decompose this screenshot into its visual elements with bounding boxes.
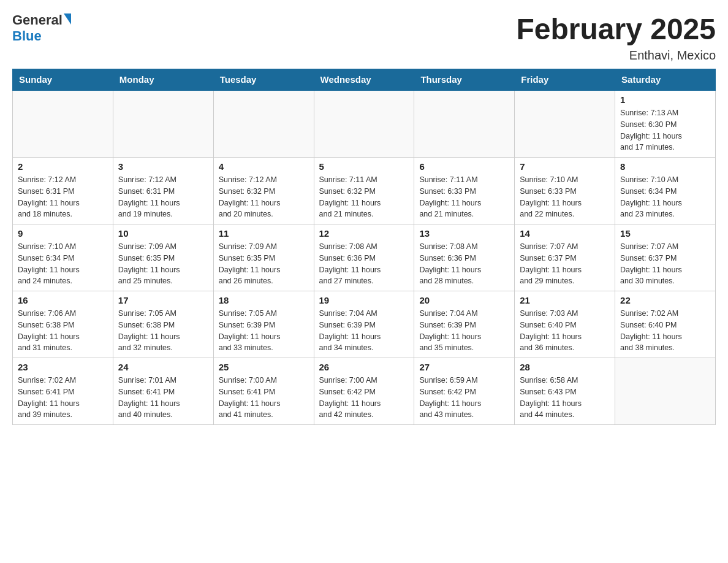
day-info: Sunrise: 6:59 AM Sunset: 6:42 PM Dayligh…	[419, 375, 509, 421]
day-number: 25	[219, 362, 309, 372]
weekday-header-row: SundayMondayTuesdayWednesdayThursdayFrid…	[13, 69, 716, 91]
calendar-cell	[615, 358, 716, 425]
calendar-body: 1Sunrise: 7:13 AM Sunset: 6:30 PM Daylig…	[13, 90, 716, 425]
day-info: Sunrise: 7:08 AM Sunset: 6:36 PM Dayligh…	[419, 241, 509, 287]
calendar-cell	[113, 90, 213, 158]
day-info: Sunrise: 7:10 AM Sunset: 6:34 PM Dayligh…	[620, 174, 710, 220]
calendar-cell: 4Sunrise: 7:12 AM Sunset: 6:32 PM Daylig…	[213, 158, 314, 224]
day-number: 9	[18, 228, 108, 239]
logo-blue-text: Blue	[12, 28, 71, 44]
day-info: Sunrise: 7:02 AM Sunset: 6:40 PM Dayligh…	[620, 308, 710, 354]
calendar-cell	[13, 90, 113, 158]
day-number: 7	[520, 161, 610, 172]
day-info: Sunrise: 7:06 AM Sunset: 6:38 PM Dayligh…	[18, 308, 108, 354]
weekday-header-sunday: Sunday	[13, 69, 113, 91]
day-number: 13	[419, 228, 509, 239]
calendar-cell: 24Sunrise: 7:01 AM Sunset: 6:41 PM Dayli…	[113, 358, 213, 425]
day-number: 18	[219, 295, 309, 305]
day-number: 3	[118, 161, 208, 172]
calendar-cell	[213, 90, 314, 158]
calendar-cell	[414, 90, 515, 158]
day-number: 27	[419, 362, 509, 372]
calendar-cell: 11Sunrise: 7:09 AM Sunset: 6:35 PM Dayli…	[213, 224, 314, 291]
day-number: 28	[520, 362, 610, 372]
day-info: Sunrise: 7:12 AM Sunset: 6:32 PM Dayligh…	[219, 174, 309, 220]
day-number: 17	[118, 295, 208, 305]
day-number: 1	[620, 94, 710, 105]
weekday-header-friday: Friday	[515, 69, 615, 91]
day-info: Sunrise: 7:12 AM Sunset: 6:31 PM Dayligh…	[118, 174, 208, 220]
weekday-header-wednesday: Wednesday	[314, 69, 414, 91]
day-number: 2	[18, 161, 108, 172]
month-title: February 2025	[516, 12, 716, 46]
calendar-cell: 16Sunrise: 7:06 AM Sunset: 6:38 PM Dayli…	[13, 291, 113, 358]
day-info: Sunrise: 7:10 AM Sunset: 6:33 PM Dayligh…	[520, 174, 610, 220]
weekday-header-tuesday: Tuesday	[213, 69, 314, 91]
day-info: Sunrise: 7:11 AM Sunset: 6:32 PM Dayligh…	[319, 174, 409, 220]
calendar-week-row: 2Sunrise: 7:12 AM Sunset: 6:31 PM Daylig…	[13, 158, 716, 224]
day-number: 19	[319, 295, 409, 305]
calendar-week-row: 9Sunrise: 7:10 AM Sunset: 6:34 PM Daylig…	[13, 224, 716, 291]
weekday-header-saturday: Saturday	[615, 69, 716, 91]
day-number: 12	[319, 228, 409, 239]
calendar-cell: 6Sunrise: 7:11 AM Sunset: 6:33 PM Daylig…	[414, 158, 515, 224]
calendar-week-row: 16Sunrise: 7:06 AM Sunset: 6:38 PM Dayli…	[13, 291, 716, 358]
calendar-cell: 14Sunrise: 7:07 AM Sunset: 6:37 PM Dayli…	[515, 224, 615, 291]
day-info: Sunrise: 7:01 AM Sunset: 6:41 PM Dayligh…	[118, 375, 208, 421]
day-number: 6	[419, 161, 509, 172]
calendar-cell: 2Sunrise: 7:12 AM Sunset: 6:31 PM Daylig…	[13, 158, 113, 224]
calendar-cell: 17Sunrise: 7:05 AM Sunset: 6:38 PM Dayli…	[113, 291, 213, 358]
calendar-cell: 21Sunrise: 7:03 AM Sunset: 6:40 PM Dayli…	[515, 291, 615, 358]
calendar-cell: 22Sunrise: 7:02 AM Sunset: 6:40 PM Dayli…	[615, 291, 716, 358]
day-info: Sunrise: 7:08 AM Sunset: 6:36 PM Dayligh…	[319, 241, 409, 287]
calendar-table: SundayMondayTuesdayWednesdayThursdayFrid…	[12, 69, 716, 425]
weekday-header-thursday: Thursday	[414, 69, 515, 91]
calendar-cell: 28Sunrise: 6:58 AM Sunset: 6:43 PM Dayli…	[515, 358, 615, 425]
calendar-cell: 25Sunrise: 7:00 AM Sunset: 6:41 PM Dayli…	[213, 358, 314, 425]
calendar-cell: 26Sunrise: 7:00 AM Sunset: 6:42 PM Dayli…	[314, 358, 414, 425]
calendar-cell: 23Sunrise: 7:02 AM Sunset: 6:41 PM Dayli…	[13, 358, 113, 425]
calendar-cell: 15Sunrise: 7:07 AM Sunset: 6:37 PM Dayli…	[615, 224, 716, 291]
day-info: Sunrise: 7:03 AM Sunset: 6:40 PM Dayligh…	[520, 308, 610, 354]
day-info: Sunrise: 7:00 AM Sunset: 6:41 PM Dayligh…	[219, 375, 309, 421]
calendar-header: SundayMondayTuesdayWednesdayThursdayFrid…	[13, 69, 716, 91]
day-info: Sunrise: 7:04 AM Sunset: 6:39 PM Dayligh…	[319, 308, 409, 354]
day-number: 15	[620, 228, 710, 239]
calendar-cell: 19Sunrise: 7:04 AM Sunset: 6:39 PM Dayli…	[314, 291, 414, 358]
day-info: Sunrise: 7:11 AM Sunset: 6:33 PM Dayligh…	[419, 174, 509, 220]
day-info: Sunrise: 7:02 AM Sunset: 6:41 PM Dayligh…	[18, 375, 108, 421]
calendar-cell: 5Sunrise: 7:11 AM Sunset: 6:32 PM Daylig…	[314, 158, 414, 224]
calendar-cell	[314, 90, 414, 158]
title-block: February 2025 Enthavi, Mexico	[516, 12, 716, 63]
calendar-week-row: 1Sunrise: 7:13 AM Sunset: 6:30 PM Daylig…	[13, 90, 716, 158]
calendar-cell: 12Sunrise: 7:08 AM Sunset: 6:36 PM Dayli…	[314, 224, 414, 291]
calendar-week-row: 23Sunrise: 7:02 AM Sunset: 6:41 PM Dayli…	[13, 358, 716, 425]
day-info: Sunrise: 7:07 AM Sunset: 6:37 PM Dayligh…	[520, 241, 610, 287]
day-number: 26	[319, 362, 409, 372]
day-number: 10	[118, 228, 208, 239]
day-info: Sunrise: 6:58 AM Sunset: 6:43 PM Dayligh…	[520, 375, 610, 421]
day-info: Sunrise: 7:09 AM Sunset: 6:35 PM Dayligh…	[118, 241, 208, 287]
calendar-cell: 27Sunrise: 6:59 AM Sunset: 6:42 PM Dayli…	[414, 358, 515, 425]
day-number: 4	[219, 161, 309, 172]
calendar-cell: 7Sunrise: 7:10 AM Sunset: 6:33 PM Daylig…	[515, 158, 615, 224]
day-info: Sunrise: 7:05 AM Sunset: 6:38 PM Dayligh…	[118, 308, 208, 354]
day-number: 8	[620, 161, 710, 172]
calendar-cell: 18Sunrise: 7:05 AM Sunset: 6:39 PM Dayli…	[213, 291, 314, 358]
location-title: Enthavi, Mexico	[516, 48, 716, 63]
day-info: Sunrise: 7:00 AM Sunset: 6:42 PM Dayligh…	[319, 375, 409, 421]
weekday-header-monday: Monday	[113, 69, 213, 91]
day-info: Sunrise: 7:04 AM Sunset: 6:39 PM Dayligh…	[419, 308, 509, 354]
day-info: Sunrise: 7:05 AM Sunset: 6:39 PM Dayligh…	[219, 308, 309, 354]
calendar-cell: 10Sunrise: 7:09 AM Sunset: 6:35 PM Dayli…	[113, 224, 213, 291]
day-info: Sunrise: 7:09 AM Sunset: 6:35 PM Dayligh…	[219, 241, 309, 287]
day-number: 16	[18, 295, 108, 305]
calendar-cell: 9Sunrise: 7:10 AM Sunset: 6:34 PM Daylig…	[13, 224, 113, 291]
day-number: 21	[520, 295, 610, 305]
day-number: 22	[620, 295, 710, 305]
day-number: 5	[319, 161, 409, 172]
logo-arrow-icon	[64, 13, 71, 25]
calendar-cell: 13Sunrise: 7:08 AM Sunset: 6:36 PM Dayli…	[414, 224, 515, 291]
page-header: General Blue February 2025 Enthavi, Mexi…	[12, 12, 716, 63]
calendar-cell: 20Sunrise: 7:04 AM Sunset: 6:39 PM Dayli…	[414, 291, 515, 358]
